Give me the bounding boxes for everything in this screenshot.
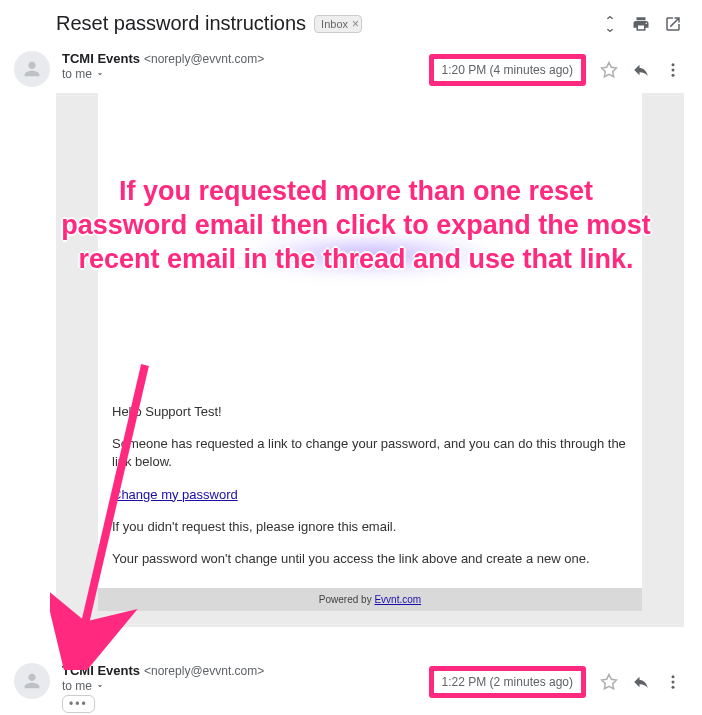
to-line[interactable]: to me [62,679,417,693]
chevron-down-icon [95,681,105,691]
reply-icon[interactable] [632,673,650,691]
svg-point-1 [672,69,675,72]
star-icon[interactable] [600,673,618,691]
svg-point-0 [672,63,675,66]
svg-point-5 [672,686,675,689]
svg-point-4 [672,681,675,684]
sender-line: TCMI Events <noreply@evvnt.com> [62,663,417,678]
message-1-body: Hello Support Test! Someone has requeste… [56,93,684,627]
email-content: Hello Support Test! Someone has requeste… [98,93,642,588]
evvnt-link[interactable]: Evvnt.com [374,594,421,605]
sender-name: TCMI Events [62,663,140,678]
logo-placeholder [112,113,628,273]
sender-line: TCMI Events <noreply@evvnt.com> [62,51,417,66]
to-text: to me [62,679,92,693]
chevron-down-icon [95,69,105,79]
expand-icon[interactable] [602,16,618,32]
powered-by: Powered by Evvnt.com [98,588,642,611]
to-text: to me [62,67,92,81]
change-password-link[interactable]: Change my password [112,487,238,502]
inbox-label-text: Inbox [321,18,348,30]
inbox-label[interactable]: Inbox × [314,15,362,33]
timestamp-1: 1:20 PM (4 minutes ago) [429,54,586,86]
expand-trimmed-icon[interactable]: ••• [62,695,95,713]
greeting: Hello Support Test! [112,403,628,421]
svg-point-2 [672,74,675,77]
subject-row: Reset password instructions Inbox × [0,0,702,43]
close-icon[interactable]: × [352,17,359,31]
message-1-header: TCMI Events <noreply@evvnt.com> to me 1:… [0,43,702,93]
subject-actions [602,15,682,33]
avatar [14,51,50,87]
print-icon[interactable] [632,15,650,33]
message-actions: 1:22 PM (2 minutes ago) [429,663,682,698]
body-p3: Your password won't change until you acc… [112,550,628,568]
timestamp-2: 1:22 PM (2 minutes ago) [429,666,586,698]
sender-email: <noreply@evvnt.com> [144,52,264,66]
more-icon[interactable] [664,673,682,691]
sender-name: TCMI Events [62,51,140,66]
avatar [14,663,50,699]
body-p2: If you didn't request this, please ignor… [112,518,628,536]
sender-block: TCMI Events <noreply@evvnt.com> to me ••… [62,663,417,713]
reply-icon[interactable] [632,61,650,79]
body-p1: Someone has requested a link to change y… [112,435,628,471]
sender-email: <noreply@evvnt.com> [144,664,264,678]
sender-block: TCMI Events <noreply@evvnt.com> to me [62,51,417,81]
to-line[interactable]: to me [62,67,417,81]
subject-text: Reset password instructions [56,12,306,35]
message-actions: 1:20 PM (4 minutes ago) [429,51,682,86]
star-icon[interactable] [600,61,618,79]
svg-point-3 [672,675,675,678]
open-new-icon[interactable] [664,15,682,33]
more-icon[interactable] [664,61,682,79]
message-2-header[interactable]: TCMI Events <noreply@evvnt.com> to me ••… [0,655,702,715]
